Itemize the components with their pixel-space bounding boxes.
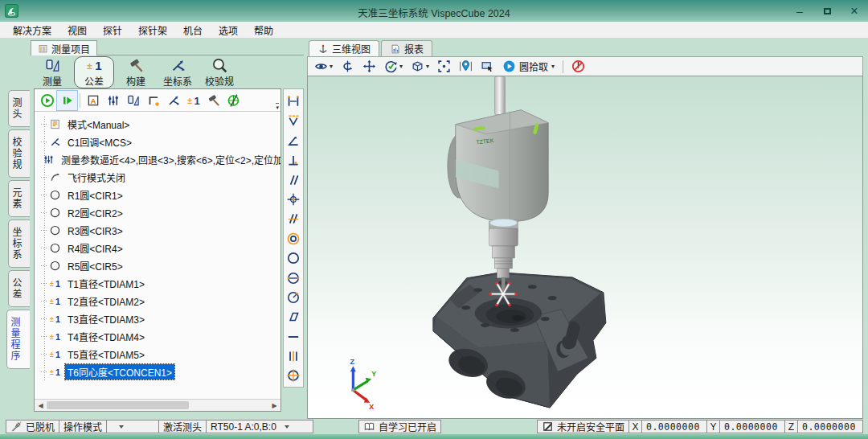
menu-item-5[interactable]: 选项 [211, 22, 246, 39]
tab-measure-project[interactable]: 测量项目 [31, 40, 97, 55]
svg-text:±: ± [50, 367, 54, 375]
svg-text:±: ± [187, 96, 192, 105]
tree-item[interactable]: 飞行模式关闭 [35, 168, 280, 186]
tolerance-concentricity-button[interactable] [285, 230, 302, 248]
tree-item[interactable]: R2圆<CIR2> [35, 203, 280, 221]
close-button[interactable]: × [847, 4, 862, 18]
menu-item-2[interactable]: 探针 [95, 22, 130, 39]
scroll-left-icon[interactable]: ◀ [35, 400, 47, 411]
tolerance-true-position-button[interactable] [285, 367, 302, 384]
run-program-button[interactable] [37, 91, 57, 110]
tree-item[interactable]: ±1T6同心度<TCONCEN1> [35, 363, 280, 380]
menu-item-3[interactable]: 探针架 [130, 22, 175, 39]
side-tab-4[interactable]: 公差 [8, 270, 30, 307]
tolerance-position-button[interactable] [285, 191, 302, 208]
coord-value: 0.0000000 [797, 420, 863, 433]
tree-item[interactable]: R5圆<CIR5> [35, 256, 280, 274]
collision-disabled-button[interactable] [569, 59, 588, 74]
tolerance-position-icon [286, 192, 301, 207]
menu-item-1[interactable]: 视图 [59, 22, 95, 39]
chevron-down-icon [119, 425, 124, 429]
tolerance-runout-button[interactable] [285, 289, 302, 306]
horizontal-scrollbar[interactable]: ◀ ▶ [35, 399, 280, 411]
tree-item[interactable]: ±1T2直径<TDIAM2> [35, 292, 280, 310]
3d-scene: TZTEK [308, 76, 862, 418]
fit-view-button[interactable] [435, 59, 453, 74]
ribbon-button-4[interactable]: 校验规 [199, 56, 240, 88]
menu-item-6[interactable]: 帮助 [246, 22, 281, 39]
side-tab-1[interactable]: 校验规 [8, 129, 30, 178]
menu-item-0[interactable]: 解决方案 [5, 22, 59, 39]
auto-feature-button[interactable]: A [83, 91, 103, 110]
measure-parameters-button[interactable] [103, 91, 123, 110]
side-tab-2[interactable]: 元素 [8, 180, 30, 217]
tree-item[interactable]: ±1T4直径<TDIAM4> [35, 327, 280, 345]
svg-text:1: 1 [55, 314, 60, 323]
tree-item[interactable]: R1圆<CIR1> [35, 186, 280, 203]
view-cube-icon [411, 59, 424, 73]
ribbon-button-1[interactable]: ±1公差 [74, 56, 114, 88]
tolerance-button[interactable]: ±1 [183, 91, 203, 110]
side-tab-0[interactable]: 测头 [8, 90, 30, 127]
coordinate-system-button[interactable] [163, 91, 183, 110]
tree-item[interactable]: R4圆<CIR4> [35, 239, 280, 256]
tolerance-symmetry-button[interactable] [285, 347, 302, 365]
ribbon-button-0[interactable]: 测量 [32, 56, 72, 88]
pan-view-button[interactable] [360, 59, 379, 74]
tree-item[interactable]: 模式<Manual> [35, 115, 280, 133]
side-tab-5[interactable]: 测量程序 [6, 310, 30, 369]
svg-text:±: ± [50, 332, 54, 340]
minimize-button[interactable]: – [792, 4, 807, 18]
tree-item[interactable]: ±1T3直径<TDIAM3> [35, 310, 280, 327]
run-step-button[interactable] [57, 91, 77, 110]
construct-button[interactable] [203, 91, 223, 110]
tolerance-parallelism-icon [286, 173, 301, 187]
menu-item-4[interactable]: 机台 [175, 22, 211, 39]
ribbon-button-3[interactable]: 坐标系 [158, 56, 198, 88]
verify-button[interactable] [223, 91, 244, 110]
tolerance-cylindricity-button[interactable] [285, 269, 302, 287]
active-probe-select[interactable]: RT50-1 A:0,B:0 [206, 420, 313, 433]
svg-text:1: 1 [55, 349, 60, 359]
tolerance-angle-between-button[interactable] [285, 112, 302, 129]
axis-y-label: Y [371, 370, 376, 378]
window-select-button[interactable] [478, 59, 497, 74]
tolerance-distance-button[interactable] [285, 92, 302, 110]
measure-button[interactable] [123, 91, 143, 110]
view-direction-button[interactable]: ▾ [312, 59, 335, 74]
tolerance-parallelism-button[interactable] [285, 171, 302, 189]
toolbar-overflow-button[interactable]: ▾ [276, 103, 279, 110]
circle-pick-button[interactable]: 圆拾取▾ [500, 59, 557, 74]
maximize-button[interactable] [820, 4, 834, 18]
svg-text:1: 1 [55, 367, 60, 376]
svg-text:±: ± [50, 314, 54, 322]
locate-feature-button[interactable] [457, 59, 475, 74]
view-tab-0[interactable]: 三维视图 [309, 40, 379, 56]
tree-item[interactable]: R3圆<CIR3> [35, 221, 280, 239]
tolerance-perpendicularity-button[interactable] [285, 151, 302, 169]
tree-item[interactable]: C1回调<MCS> [35, 133, 280, 150]
scroll-right-icon[interactable]: ▶ [268, 400, 280, 411]
tolerance-angle-button[interactable] [285, 132, 302, 150]
view-tab-1[interactable]: 报表 [381, 40, 432, 56]
ribbon-button-2[interactable]: 构建 [116, 56, 156, 88]
tolerance-circularity-button[interactable] [285, 249, 302, 267]
locate-feature-icon [459, 59, 473, 73]
tolerance-angularity-button[interactable] [285, 210, 302, 228]
tree-item[interactable]: ±1T1直径<TDIAM1> [35, 274, 280, 292]
coordsm-icon [170, 57, 186, 74]
tolerance-straightness-button[interactable] [285, 328, 302, 346]
tree-item[interactable]: 测量参数逼近<4>,回退<3>,搜索<6>,定位<2>,定位加<2>,测 [35, 150, 280, 168]
rotate-view-button[interactable] [338, 59, 357, 74]
op-mode-select[interactable] [106, 420, 159, 433]
orbit-view-button[interactable]: ▾ [382, 59, 405, 74]
chevron-down-icon: ▾ [426, 63, 429, 70]
tolerance-flatness-button[interactable] [285, 308, 302, 326]
tree-item[interactable]: ±1T5直径<TDIAM5> [35, 345, 280, 363]
feature-corner-button[interactable] [143, 91, 163, 110]
side-tab-3[interactable]: 坐标系 [8, 220, 30, 268]
view-cube-button[interactable]: ▾ [408, 59, 432, 74]
svg-text:1: 1 [55, 331, 60, 341]
scrollbar-thumb[interactable] [47, 401, 189, 409]
3d-viewport[interactable]: TZTEK [307, 76, 863, 419]
